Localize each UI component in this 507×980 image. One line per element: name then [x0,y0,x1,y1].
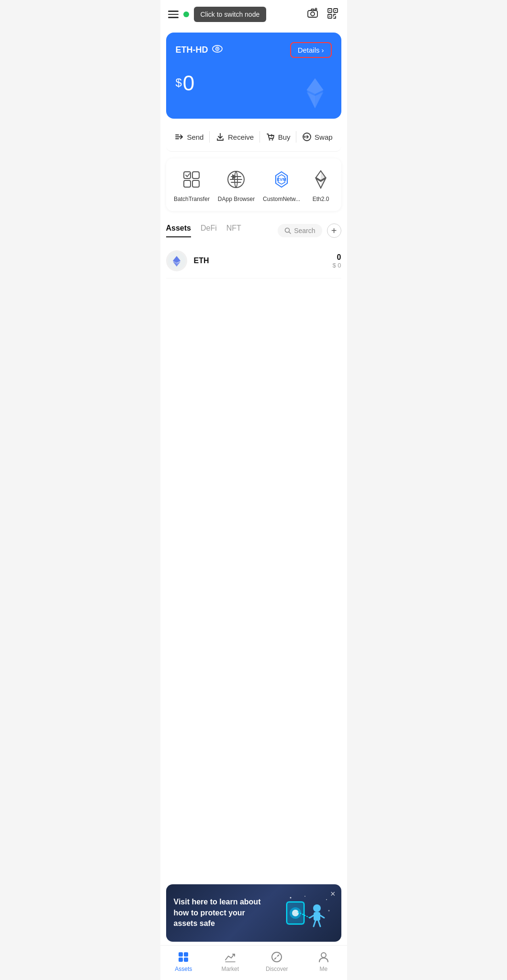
receive-button[interactable]: Receive [212,130,258,144]
wallet-card: ETH-HD Details › $ 0 [166,33,341,119]
custom-network-label: CustomNetw... [263,196,300,202]
dapp-browser-label: DApp Browser [218,196,255,202]
nav-item-me[interactable]: Me [309,950,338,972]
asset-item-eth[interactable]: ETH 0 $ 0 [166,244,341,278]
svg-point-43 [326,899,327,900]
svg-rect-48 [179,958,183,962]
quick-links: BatchTransfer DApp Browser EVM [166,158,341,211]
buy-button[interactable]: Buy [262,130,294,144]
svg-marker-52 [274,957,277,960]
batch-transfer-label: BatchTransfer [174,196,210,202]
eth-amount: 0 [332,253,341,262]
bottom-nav: Assets Market Discover [160,945,347,980]
svg-rect-41 [314,912,320,921]
add-token-button[interactable]: + [327,223,341,238]
tab-defi[interactable]: DeFi [201,224,217,237]
promo-banner: Visit here to learn about how to protect… [166,884,341,942]
assets-section: Assets DeFi NFT Search + [166,218,341,875]
nav-item-discover[interactable]: Discover [262,950,291,972]
me-nav-icon [317,950,330,964]
eth-asset-values: 0 $ 0 [332,253,341,269]
market-nav-icon [224,950,237,964]
discover-nav-label: Discover [266,966,288,972]
svg-marker-51 [277,954,280,957]
svg-point-16 [271,139,273,141]
wallet-name-row: ETH-HD [176,45,223,55]
batch-transfer-link[interactable]: BatchTransfer [174,167,210,202]
svg-rect-46 [179,952,183,957]
svg-rect-47 [184,952,188,957]
node-status-dot [183,11,189,17]
node-switch-button[interactable]: Click to switch node [194,7,267,22]
assets-actions: Search + [278,223,341,238]
eth2-link[interactable]: Eth2.0 [308,167,333,202]
tab-assets[interactable]: Assets [166,224,191,237]
discover-nav-icon [270,950,283,964]
search-pill[interactable]: Search [278,224,322,237]
assets-tabs: Assets DeFi NFT Search + [166,218,341,238]
assets-nav-icon [177,950,190,964]
eth2-label: Eth2.0 [313,196,329,202]
svg-point-15 [269,139,270,141]
promo-text: Visit here to learn about how to protect… [174,897,270,929]
eth-asset-icon [166,250,187,271]
tab-nft[interactable]: NFT [226,224,241,237]
svg-point-39 [292,910,299,916]
visibility-icon[interactable] [212,45,223,55]
details-button[interactable]: Details › [290,42,332,58]
svg-point-44 [304,896,305,897]
custom-network-icon: EVM [269,167,294,192]
promo-illustration [281,894,334,932]
camera-add-icon[interactable] [306,7,319,22]
swap-button[interactable]: Swap [298,130,337,144]
action-divider-1 [209,131,210,143]
action-buttons-row: Send Receive Buy [166,122,341,152]
send-button[interactable]: Send [170,130,207,144]
svg-point-1 [311,12,315,16]
dapp-browser-icon [224,167,248,192]
asset-list: ETH 0 $ 0 [166,244,341,278]
menu-icon[interactable] [168,11,179,18]
batch-transfer-icon [179,167,204,192]
nav-item-market[interactable]: Market [216,950,245,972]
svg-rect-19 [192,172,199,178]
svg-text:EVM: EVM [277,177,286,182]
svg-point-45 [328,910,329,912]
header: Click to switch node [160,0,347,29]
svg-point-53 [321,953,326,958]
svg-rect-7 [329,16,330,17]
svg-rect-18 [184,172,191,178]
svg-rect-5 [329,10,330,11]
eth2-icon [308,167,333,192]
svg-rect-21 [192,180,199,187]
svg-point-10 [216,48,218,50]
wallet-name-label: ETH-HD [176,45,208,55]
custom-network-link[interactable]: EVM CustomNetw... [263,167,300,202]
svg-rect-6 [335,10,336,11]
qr-scan-icon[interactable] [326,7,339,22]
svg-rect-20 [184,180,191,187]
nav-item-assets[interactable]: Assets [169,950,198,972]
eth-background-logo [298,77,332,112]
header-left: Click to switch node [168,7,267,22]
me-nav-label: Me [319,966,327,972]
svg-point-42 [290,897,291,899]
eth-asset-name: ETH [194,256,333,265]
market-nav-label: Market [221,966,239,972]
header-right [306,7,339,22]
dapp-browser-link[interactable]: DApp Browser [218,167,255,202]
svg-rect-49 [184,958,188,962]
eth-usd-value: $ 0 [332,262,341,269]
action-divider-2 [259,131,260,143]
assets-nav-label: Assets [175,966,192,972]
svg-point-40 [313,904,321,912]
action-divider-3 [296,131,296,143]
